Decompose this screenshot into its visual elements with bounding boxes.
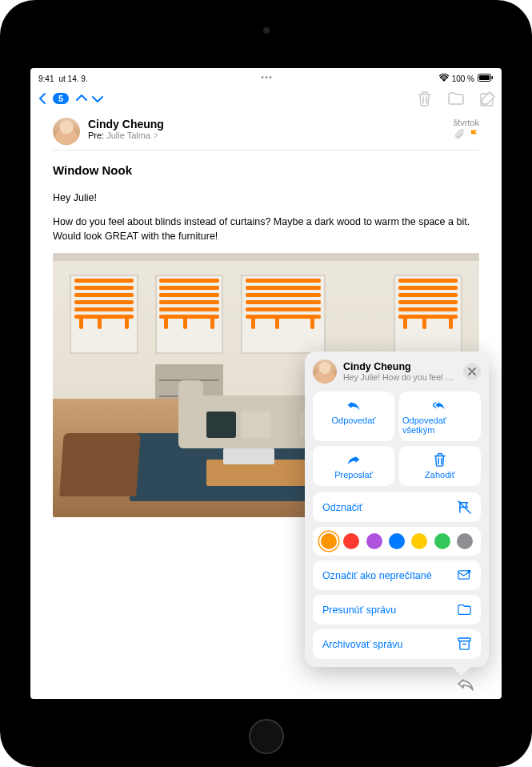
flag-icon [470, 129, 479, 141]
battery-icon [478, 74, 494, 83]
archive-label: Archivovať správu [322, 639, 403, 650]
flag-color-green[interactable] [434, 533, 450, 549]
reply-all-label: Odpovedať všetkým [402, 416, 478, 435]
archive-row[interactable]: Archivovať správu [313, 629, 481, 659]
recipient-row[interactable]: Pre: Julie Talma [88, 131, 446, 140]
move-label: Presunúť správu [322, 604, 396, 616]
archive-icon [458, 637, 471, 651]
recipient-name: Julie Talma [106, 131, 150, 140]
unflag-label: Odznačiť [322, 502, 363, 513]
home-button[interactable] [249, 719, 284, 754]
flag-color-row [313, 527, 481, 556]
reply-action[interactable]: Odpovedať [313, 392, 394, 441]
reply-all-action[interactable]: Odpovedať všetkým [399, 392, 481, 441]
reply-label: Odpovedať [332, 416, 376, 425]
battery-percent: 100 % [452, 74, 474, 83]
status-time: 9:41 [38, 74, 54, 83]
email-paragraph: How do you feel about blinds instead of … [53, 215, 479, 243]
flag-color-orange[interactable] [321, 533, 337, 549]
multitask-dots[interactable] [260, 71, 272, 82]
status-bar: 9:41 ut 14. 9. 100 % [30, 71, 502, 86]
to-label: Pre: [88, 131, 104, 140]
compose-button[interactable] [480, 91, 495, 106]
unflag-row[interactable]: Odznačiť [313, 492, 481, 522]
trash-label: Zahodiť [425, 470, 455, 480]
next-message-button[interactable] [91, 92, 104, 105]
reply-action-sheet: Cindy Cheung Hey Julie! How do you feel … [305, 351, 489, 667]
email-greeting: Hey Julie! [53, 191, 479, 205]
unflag-icon [458, 500, 471, 514]
forward-action[interactable]: Preposlať [313, 446, 394, 486]
screen: 9:41 ut 14. 9. 100 % 5 [30, 68, 502, 699]
close-button[interactable] [463, 363, 481, 380]
status-date: ut 14. 9. [58, 74, 87, 83]
email-date: štvrtok [454, 118, 479, 127]
popover-sender: Cindy Cheung [343, 361, 457, 372]
svg-rect-1 [479, 75, 490, 80]
folder-icon [458, 603, 471, 616]
sender-name[interactable]: Cindy Cheung [88, 118, 446, 131]
sender-avatar[interactable] [53, 118, 80, 145]
forward-label: Preposlať [334, 470, 373, 480]
move-row[interactable]: Presunúť správu [313, 595, 481, 624]
popover-snippet: Hey Julie! How do you feel ab... [343, 372, 457, 382]
prev-message-button[interactable] [75, 92, 88, 105]
flag-color-blue[interactable] [389, 533, 405, 549]
mark-unread-row[interactable]: Označiť ako neprečítané [313, 560, 481, 590]
reply-button[interactable] [457, 677, 474, 691]
bottom-toolbar [30, 669, 502, 699]
email-header: Cindy Cheung Pre: Julie Talma štvrtok [30, 111, 502, 150]
wifi-icon [439, 74, 449, 83]
move-button[interactable] [448, 92, 464, 105]
flag-color-gray[interactable] [457, 533, 473, 549]
attachment-icon [455, 129, 465, 141]
back-button[interactable] [37, 92, 50, 105]
delete-button[interactable] [418, 90, 432, 106]
popover-avatar [313, 359, 337, 384]
flag-color-yellow[interactable] [411, 533, 427, 549]
svg-rect-2 [492, 76, 494, 79]
mail-toolbar: 5 [30, 86, 502, 111]
inbox-count-badge: 5 [53, 93, 69, 104]
flag-color-red[interactable] [343, 533, 359, 549]
mark-unread-icon [458, 568, 471, 582]
flag-color-purple[interactable] [366, 533, 382, 549]
front-camera [263, 27, 270, 34]
ipad-device-frame: 9:41 ut 14. 9. 100 % 5 [0, 0, 532, 767]
mark-unread-label: Označiť ako neprečítané [322, 570, 432, 581]
chevron-right-icon [153, 132, 159, 139]
trash-action[interactable]: Zahodiť [399, 446, 481, 486]
svg-point-5 [467, 570, 470, 573]
svg-rect-4 [458, 571, 470, 579]
email-subject: Window Nook [53, 162, 479, 179]
